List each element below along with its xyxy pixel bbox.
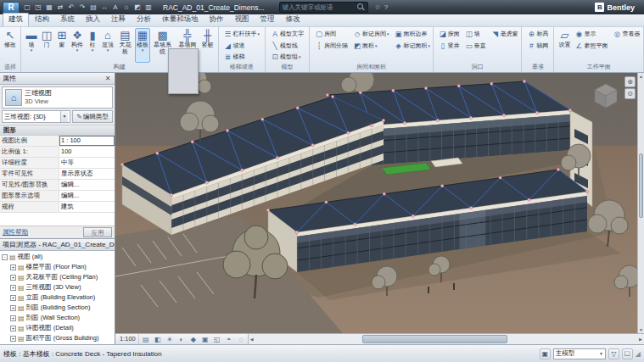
ceiling-button[interactable]: ▤天花板 bbox=[115, 28, 135, 63]
tab-systems[interactable]: 系统 bbox=[55, 14, 80, 26]
sun-path-button[interactable]: ☀ bbox=[165, 336, 175, 343]
tag-room-button[interactable]: ◇标记房间▾ bbox=[350, 28, 392, 40]
infocenter-search[interactable] bbox=[279, 2, 368, 13]
property-value[interactable]: 100 bbox=[59, 147, 115, 157]
instance-selector[interactable]: 三维视图: {3D} ▼ bbox=[2, 110, 70, 123]
collapse-icon[interactable]: - bbox=[2, 254, 8, 260]
model-line-button[interactable]: ╲模型线 bbox=[268, 40, 300, 52]
area-boundary-button[interactable]: ▣面积边界 bbox=[392, 28, 430, 40]
crop-region-button[interactable]: ◱ bbox=[212, 336, 222, 343]
railing-button[interactable]: ☰栏杆扶手▾ bbox=[221, 28, 263, 40]
view-3d-icon[interactable]: ⌂ bbox=[121, 2, 132, 13]
3d-view-scene[interactable] bbox=[115, 73, 637, 333]
sync-icon[interactable]: ⇄ bbox=[55, 2, 65, 13]
expand-icon[interactable]: + bbox=[10, 336, 16, 342]
tab-collaborate[interactable]: 协作 bbox=[204, 14, 229, 26]
room-button[interactable]: ▢房间 bbox=[312, 28, 339, 40]
shadows-button[interactable]: ◐ bbox=[176, 336, 187, 343]
property-value[interactable]: 中等 bbox=[59, 158, 115, 168]
tree-item[interactable]: +▤面积平面 (Gross Building) bbox=[2, 333, 115, 343]
property-value[interactable]: 编辑... bbox=[59, 180, 115, 190]
grid-button[interactable]: #轴网 bbox=[524, 40, 551, 52]
property-value[interactable]: 编辑... bbox=[59, 191, 115, 201]
tab-annotate[interactable]: 注释 bbox=[106, 14, 131, 26]
close-icon[interactable]: ✕ bbox=[104, 75, 112, 82]
tree-item[interactable]: +▤详图视图 (Detail) bbox=[2, 323, 115, 333]
tab-massing-site[interactable]: 体量和场地 bbox=[157, 14, 204, 26]
reveal-hidden-button[interactable]: ◌ bbox=[236, 336, 246, 343]
hide-isolate-button[interactable]: ◓ bbox=[224, 336, 234, 343]
tab-insert[interactable]: 插入 bbox=[81, 14, 105, 26]
tree-item-views-root[interactable]: -▤视图 (all) bbox=[2, 252, 115, 262]
scroll-down-icon[interactable]: ▼ bbox=[638, 326, 644, 333]
area-button[interactable]: ◩面积▾ bbox=[350, 40, 380, 52]
vertical-scrollbar[interactable]: ▲ ▼ bbox=[637, 73, 644, 333]
scrollbar-thumb[interactable] bbox=[639, 153, 643, 218]
type-selector[interactable]: ⌂ 三维视图 3D View bbox=[2, 86, 113, 109]
tree-item[interactable]: +▤立面 (Building Elevation) bbox=[2, 292, 115, 303]
property-value[interactable]: 显示原状态 bbox=[59, 169, 115, 179]
section-icon[interactable]: ◩ bbox=[132, 2, 143, 13]
model-text-button[interactable]: A模型文字 bbox=[268, 28, 306, 40]
application-menu-button[interactable]: R bbox=[3, 2, 20, 14]
viewer-button[interactable]: ◎查看器 bbox=[610, 28, 642, 40]
search-input[interactable] bbox=[283, 3, 356, 12]
level-button[interactable]: ⊕标高 bbox=[524, 28, 551, 40]
apply-button[interactable]: 应用 bbox=[83, 227, 112, 237]
editable-only-checkbox[interactable]: ☐ bbox=[622, 348, 633, 359]
ref-plane-button[interactable]: ∠参照平面 bbox=[572, 40, 610, 52]
floor-button[interactable]: ▦楼板▾ bbox=[135, 28, 150, 63]
scroll-up-icon[interactable]: ▲ bbox=[638, 73, 644, 80]
undo-icon[interactable]: ↶ bbox=[66, 2, 76, 13]
text-icon[interactable]: A bbox=[110, 2, 120, 13]
expand-icon[interactable]: + bbox=[10, 315, 16, 321]
zoom-icon[interactable]: ⊙ bbox=[624, 88, 636, 99]
help-icon[interactable]: ? bbox=[384, 3, 388, 11]
stair-button[interactable]: ≣楼梯 bbox=[221, 51, 248, 63]
worksets-icon[interactable]: ▣ bbox=[540, 348, 551, 359]
open-icon[interactable]: ◳ bbox=[33, 2, 43, 13]
tree-item[interactable]: +▤三维视图 (3D View) bbox=[2, 282, 115, 292]
expand-icon[interactable]: + bbox=[10, 326, 16, 331]
door-button[interactable]: ◫门 bbox=[39, 28, 54, 63]
roof-button[interactable]: ⌂屋顶▾ bbox=[100, 28, 115, 63]
expand-icon[interactable]: + bbox=[10, 285, 16, 291]
view-cube[interactable] bbox=[591, 81, 620, 110]
vertical-opening-button[interactable]: ▭垂直 bbox=[462, 40, 489, 52]
tab-structure[interactable]: 结构 bbox=[30, 14, 54, 26]
model-group-button[interactable]: ⊡模型组▾ bbox=[268, 51, 304, 63]
tree-item[interactable]: +▤剖面 (Building Section) bbox=[2, 303, 115, 313]
tab-analyze[interactable]: 分析 bbox=[132, 14, 156, 26]
expand-icon[interactable]: + bbox=[10, 295, 16, 301]
detail-level-button[interactable]: ▤ bbox=[141, 336, 151, 343]
steering-wheel-icon[interactable]: ⊕ bbox=[624, 76, 636, 87]
graphics-section-header[interactable]: 图形 bbox=[0, 125, 115, 136]
component-button[interactable]: ❖构件▾ bbox=[70, 28, 85, 63]
scroll-left-icon[interactable]: ◀ bbox=[249, 334, 255, 344]
tab-view[interactable]: 视图 bbox=[230, 14, 255, 26]
print-icon[interactable]: ▤ bbox=[88, 2, 98, 13]
measure-icon[interactable]: ↔ bbox=[99, 2, 109, 13]
set-work-plane-button[interactable]: ▱设置 bbox=[557, 28, 572, 63]
expand-icon[interactable]: + bbox=[10, 265, 16, 270]
show-work-plane-button[interactable]: ◉显示 bbox=[572, 28, 598, 40]
tab-architecture[interactable]: 建筑 bbox=[3, 13, 29, 26]
edit-type-button[interactable]: ✎ 编辑类型 bbox=[72, 110, 113, 123]
property-value[interactable]: 1 : 100 bbox=[59, 136, 115, 146]
scroll-right-icon[interactable]: ▶ bbox=[637, 334, 644, 344]
tree-item[interactable]: +▤剖面 (Wall Section) bbox=[2, 313, 115, 323]
tree-item[interactable]: +▤天花板平面 (Ceiling Plan) bbox=[2, 272, 115, 282]
search-icon[interactable] bbox=[357, 3, 365, 11]
chevron-down-icon[interactable]: ▼ bbox=[60, 111, 68, 122]
modify-button[interactable]: ↖修改 bbox=[3, 28, 18, 63]
expand-icon[interactable]: + bbox=[10, 275, 16, 281]
tab-modify[interactable]: 修改 bbox=[281, 14, 305, 26]
visual-style-button[interactable]: ◧ bbox=[153, 336, 163, 343]
render-button[interactable]: ◆ bbox=[188, 336, 199, 343]
new-icon[interactable]: ▢ bbox=[22, 2, 32, 13]
properties-help-link[interactable]: 属性帮助 bbox=[3, 228, 28, 237]
filter-icon[interactable]: ▽ bbox=[608, 348, 619, 359]
save-icon[interactable]: ▦ bbox=[44, 2, 54, 13]
property-value[interactable]: 建筑 bbox=[59, 202, 115, 212]
window-button[interactable]: ⊞窗 bbox=[54, 28, 70, 63]
